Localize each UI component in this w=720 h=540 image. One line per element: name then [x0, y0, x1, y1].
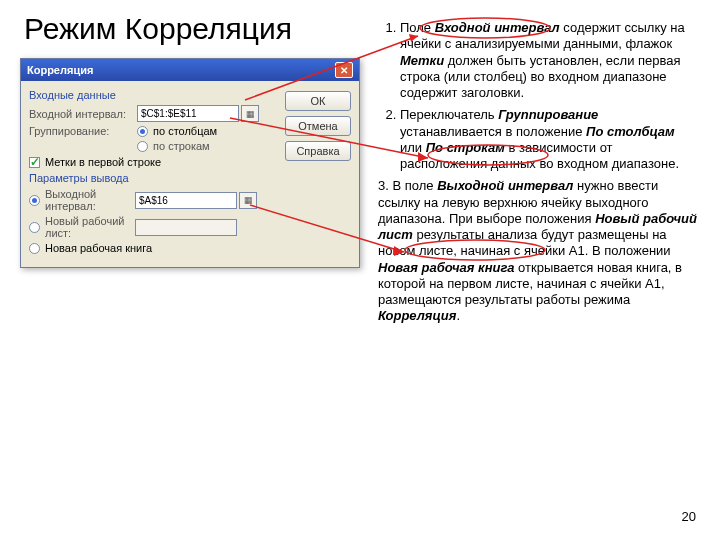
dialog-titlebar[interactable]: Корреляция ✕ — [21, 59, 359, 81]
list-item: Поле Входной интервал содержит ссылку на… — [400, 20, 698, 101]
dialog-title: Корреляция — [27, 64, 93, 76]
labels-checkbox-label: Метки в первой строке — [45, 156, 161, 168]
radio-new-sheet[interactable] — [29, 222, 40, 233]
cell-picker-icon[interactable]: ▦ — [239, 192, 257, 209]
input-interval-label: Входной интервал: — [29, 108, 137, 120]
input-interval-field[interactable]: $C$1:$E$11 — [137, 105, 239, 122]
radio-rows-label: по строкам — [153, 140, 210, 152]
correlation-dialog: Корреляция ✕ Входные данные Входной инте… — [20, 58, 360, 268]
input-section-label: Входные данные — [29, 89, 279, 101]
new-book-label: Новая рабочая книга — [45, 242, 152, 254]
labels-checkbox[interactable] — [29, 157, 40, 168]
page-number: 20 — [682, 509, 696, 524]
output-section-label: Параметры вывода — [29, 172, 279, 184]
paragraph-3: 3. В поле Выходной интервал нужно ввести… — [378, 178, 698, 324]
new-sheet-label: Новый рабочий лист: — [45, 215, 135, 239]
radio-output-interval[interactable] — [29, 195, 40, 206]
list-item: Переключатель Группирование устанавливае… — [400, 107, 698, 172]
new-sheet-field[interactable] — [135, 219, 237, 236]
radio-columns-label: по столбцам — [153, 125, 217, 137]
radio-rows[interactable] — [137, 141, 148, 152]
radio-new-book[interactable] — [29, 243, 40, 254]
radio-columns[interactable] — [137, 126, 148, 137]
help-button[interactable]: Справка — [285, 141, 351, 161]
cancel-button[interactable]: Отмена — [285, 116, 351, 136]
output-interval-label: Выходной интервал: — [45, 188, 135, 212]
cell-picker-icon[interactable]: ▦ — [241, 105, 259, 122]
slide-title: Режим Корреляция — [24, 12, 292, 46]
close-icon[interactable]: ✕ — [335, 62, 353, 78]
ok-button[interactable]: ОК — [285, 91, 351, 111]
explanation-text: Поле Входной интервал содержит ссылку на… — [378, 20, 698, 325]
output-interval-field[interactable]: $A$16 — [135, 192, 237, 209]
grouping-label: Группирование: — [29, 125, 137, 137]
